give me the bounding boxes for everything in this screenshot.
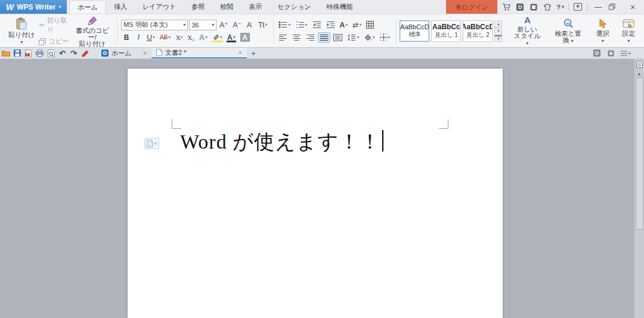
open-file-button[interactable] — [0, 48, 11, 58]
wps-menu-button[interactable]: W WPS Writer ▾ — [0, 0, 67, 14]
docer-icon[interactable]: D — [515, 2, 525, 12]
ribbon-tab-section[interactable]: セクション — [270, 0, 318, 14]
ribbon-tab-review[interactable]: 校閲 — [212, 0, 241, 14]
character-scaling-button[interactable]: A ▾ — [338, 20, 350, 30]
document-page[interactable]: ▾ Word が使えます！！ — [128, 69, 503, 318]
text-effects-button[interactable]: A ▾ — [197, 32, 209, 43]
new-tab-button[interactable]: + — [247, 48, 260, 58]
document-text[interactable]: Word が使えます！！ — [180, 131, 380, 153]
font-color-button[interactable]: A ▾ — [225, 32, 237, 43]
styles-scroll-up-button[interactable]: ▴ — [494, 21, 502, 27]
font-family-select[interactable]: MS 明朝 (本文) ▾ — [121, 20, 188, 30]
document-text-line[interactable]: Word が使えます！！ — [180, 128, 383, 156]
help-button[interactable]: ? ▾ — [556, 4, 564, 11]
doc-tab-home[interactable]: D ホーム × — [97, 48, 151, 58]
restore-button[interactable] — [609, 4, 622, 10]
decrease-indent-button[interactable] — [311, 20, 323, 30]
find-replace-button[interactable]: ab 検索と置換 ▾ — [549, 17, 587, 45]
text-cursor — [382, 130, 383, 152]
strikethrough-button[interactable]: AB ▾ — [158, 32, 172, 43]
select-button[interactable]: 選択 ▾ — [593, 17, 613, 45]
document-area[interactable]: ▾ Word が使えます！！ ▴ — [0, 59, 644, 318]
copy-label: コピー — [48, 37, 69, 46]
character-grid-button[interactable] — [364, 20, 376, 30]
folder-icon — [2, 50, 10, 57]
undo-button[interactable]: ↶ — [57, 48, 68, 58]
save-button[interactable] — [11, 48, 23, 58]
copy-button[interactable]: コピー — [39, 37, 70, 46]
chevron-down-icon: ▾ — [628, 51, 631, 56]
vertical-scrollbar[interactable]: ▴ — [634, 59, 644, 318]
numbering-button[interactable]: ▾ — [294, 20, 309, 30]
paste-button[interactable]: 貼り付け ▾ — [5, 16, 38, 47]
text-direction-button[interactable]: ⇄ ▾ — [351, 20, 363, 30]
line-spacing-button[interactable]: ▾ — [345, 32, 361, 43]
export-pdf-button[interactable]: P — [23, 48, 34, 58]
borders-button[interactable]: ▾ — [378, 32, 392, 43]
borders-icon — [380, 33, 388, 41]
ribbon-tab-references[interactable]: 参照 — [184, 0, 212, 14]
shopping-cart-icon[interactable] — [501, 2, 511, 12]
scroll-up-button[interactable]: ▴ — [638, 69, 640, 78]
justify-button[interactable] — [318, 32, 330, 43]
app-center-icon[interactable] — [529, 2, 538, 12]
tab-list-icon[interactable]: ▾ — [621, 48, 631, 58]
shrink-font-button[interactable]: A⁻ — [231, 20, 243, 30]
bold-button[interactable]: B — [121, 32, 132, 43]
numbering-icon — [296, 21, 305, 29]
home-tab-label: ホーム — [112, 49, 132, 58]
superscript-button[interactable]: X² — [174, 32, 184, 43]
subscript-button[interactable]: X₂ — [185, 32, 196, 43]
style-heading1[interactable]: AaBbCc 見出し 1 — [431, 20, 461, 42]
shading-button[interactable]: ▾ — [363, 32, 377, 43]
align-left-button[interactable] — [277, 32, 289, 43]
redo-button[interactable]: ↷ — [68, 48, 79, 58]
close-tab-icon[interactable]: × — [143, 50, 147, 57]
print-button[interactable] — [34, 48, 45, 58]
hide-ribbon-icon[interactable] — [573, 2, 583, 12]
docer-small-icon[interactable]: D — [592, 48, 602, 58]
grow-font-button[interactable]: A⁺ — [218, 20, 230, 30]
scrollbar-thumb[interactable] — [636, 78, 643, 230]
align-right-button[interactable] — [304, 32, 317, 43]
close-button[interactable]: × — [626, 2, 639, 12]
customize-quickbar-button[interactable] — [79, 48, 91, 58]
font-size-select[interactable]: 36 ▾ — [189, 20, 216, 30]
close-tab-icon[interactable]: × — [239, 49, 242, 56]
settings-button[interactable]: 設定 ▾ — [618, 17, 639, 45]
italic-button[interactable]: I — [133, 32, 144, 43]
chevron-down-icon: ▾ — [288, 22, 290, 27]
character-shading-button[interactable]: A — [239, 32, 252, 43]
highlight-button[interactable]: ▾ — [210, 32, 224, 43]
style-normal[interactable]: AaBbCcD 標準 — [400, 20, 429, 42]
ribbon-tab-insert[interactable]: 挿入 — [106, 0, 135, 14]
ribbon-tab-view[interactable]: 表示 — [241, 0, 270, 14]
cut-button[interactable]: ✂ 切り取り — [39, 16, 70, 34]
change-case-button[interactable]: Tt ▾ — [256, 20, 270, 30]
app-grid-icon[interactable] — [606, 48, 616, 58]
format-painter-button[interactable]: 書式のコピー/ 貼り付け — [71, 14, 113, 48]
ribbon-tab-layout[interactable]: レイアウト — [135, 0, 184, 14]
align-center-button[interactable] — [290, 32, 303, 43]
login-button[interactable]: 未ログイン — [446, 0, 497, 14]
style-heading2[interactable]: AaBbCcD 見出し 2 — [463, 20, 493, 42]
distribute-button[interactable] — [332, 32, 344, 43]
ribbon-tab-home[interactable]: ホーム — [69, 0, 106, 14]
phonetic-guide-button[interactable]: A˚ — [244, 20, 255, 30]
underline-button[interactable]: U ▾ — [145, 32, 157, 43]
doc-tab-document2[interactable]: 文書2 * × — [151, 48, 247, 58]
minimize-button[interactable]: — — [592, 3, 605, 11]
bullets-button[interactable]: ▾ — [277, 20, 292, 30]
margin-mark-right — [439, 119, 448, 129]
highlight-pen-icon — [212, 34, 219, 41]
print-preview-button[interactable] — [45, 48, 57, 58]
scroll-doc-icon[interactable] — [636, 59, 643, 69]
styles-more-button[interactable]: ▾ — [494, 35, 502, 42]
paste-options-button[interactable]: ▾ — [144, 138, 159, 149]
ribbon-tab-special-features[interactable]: 特殊機能 — [318, 0, 360, 14]
increase-indent-button[interactable] — [324, 20, 337, 30]
skin-theme-icon[interactable] — [543, 2, 552, 12]
align-right-icon — [306, 34, 315, 41]
new-style-button[interactable]: A 新しい スタイル ▾ — [511, 14, 543, 48]
styles-scroll-down-button[interactable]: ▾ — [494, 28, 502, 35]
